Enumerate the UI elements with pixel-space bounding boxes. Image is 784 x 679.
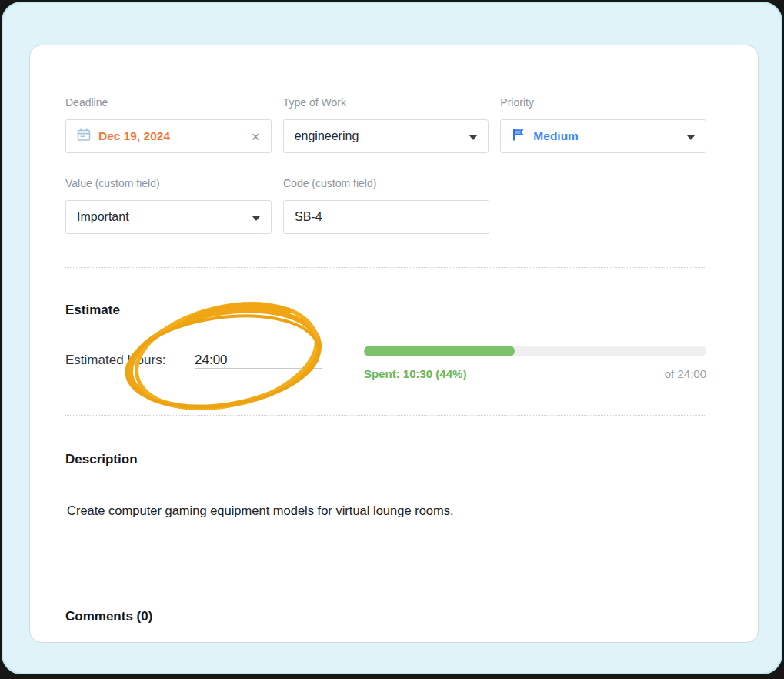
- divider: [65, 415, 706, 416]
- code-custom-input[interactable]: SB-4: [283, 200, 489, 234]
- description-heading: Description: [65, 452, 706, 467]
- code-custom-label: Code (custom field): [283, 177, 489, 190]
- field-priority: Priority Medium: [500, 96, 706, 153]
- task-details-card: Deadline Dec 19, 2024 ×: [29, 45, 759, 643]
- flag-icon: [512, 128, 525, 145]
- estimated-hours-field: Estimated Hours: 24:00 ×: [65, 346, 322, 369]
- priority-select[interactable]: Medium: [500, 119, 706, 153]
- of-total-label: of 24:00: [665, 367, 706, 380]
- priority-label: Priority: [500, 96, 706, 109]
- field-deadline: Deadline Dec 19, 2024 ×: [65, 96, 272, 153]
- estimate-row: Estimated Hours: 24:00 × Spent: 10:30 (4…: [65, 346, 706, 380]
- priority-value: Medium: [533, 129, 579, 143]
- chevron-down-icon: [687, 129, 695, 143]
- value-custom-label: Value (custom field): [65, 177, 272, 190]
- deadline-value: Dec 19, 2024: [98, 129, 170, 143]
- deadline-clear-icon[interactable]: ×: [252, 129, 260, 144]
- app-window: Deadline Dec 19, 2024 ×: [2, 2, 782, 674]
- field-type-of-work: Type of Work engineering: [283, 96, 489, 153]
- field-value-custom: Value (custom field) Important: [65, 177, 272, 234]
- value-custom-select[interactable]: Important: [65, 200, 272, 234]
- code-custom-value: SB-4: [295, 210, 322, 224]
- chevron-down-icon: [252, 210, 260, 224]
- type-of-work-select[interactable]: engineering: [283, 119, 489, 153]
- estimated-hours-value: 24:00: [195, 353, 228, 368]
- description-text: Create computer gaming equipment models …: [67, 503, 706, 518]
- type-of-work-label: Type of Work: [283, 96, 489, 109]
- progress-fill: [364, 346, 515, 356]
- divider: [65, 574, 706, 574]
- deadline-label: Deadline: [65, 96, 272, 109]
- chevron-down-icon: [469, 129, 477, 143]
- type-of-work-value: engineering: [295, 129, 359, 143]
- fields-row-1: Deadline Dec 19, 2024 ×: [65, 96, 706, 153]
- field-code-custom: Code (custom field) SB-4: [283, 177, 489, 234]
- progress-meta: Spent: 10:30 (44%) of 24:00: [364, 367, 706, 380]
- spent-label: Spent: 10:30 (44%): [364, 367, 466, 380]
- fields-row-2: Value (custom field) Important Code (cus…: [65, 177, 706, 234]
- estimated-hours-input[interactable]: 24:00 ×: [195, 346, 322, 369]
- deadline-input[interactable]: Dec 19, 2024 ×: [65, 119, 272, 153]
- comments-heading: Comments (0): [65, 609, 706, 624]
- time-progress: Spent: 10:30 (44%) of 24:00: [364, 346, 706, 380]
- progress-bar: [364, 346, 706, 356]
- value-custom-value: Important: [77, 210, 129, 224]
- estimated-hours-label: Estimated Hours:: [65, 346, 195, 369]
- estimate-heading: Estimate: [65, 303, 706, 318]
- divider: [65, 267, 706, 268]
- estimated-hours-clear-icon[interactable]: ×: [313, 353, 322, 366]
- calendar-icon: [77, 128, 91, 145]
